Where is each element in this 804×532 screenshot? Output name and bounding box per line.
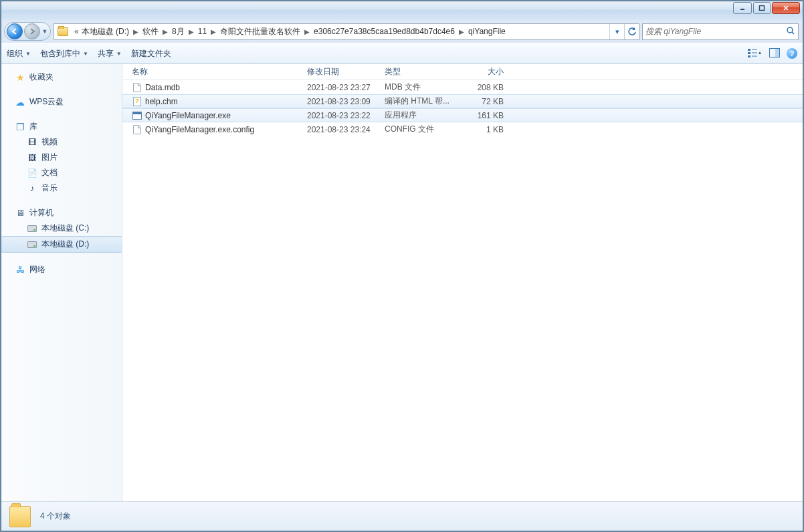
svg-point-4 (787, 27, 793, 33)
col-header-date[interactable]: 修改日期 (303, 66, 381, 78)
folder-icon (56, 25, 70, 38)
drive-icon (27, 223, 37, 234)
svg-rect-1 (760, 6, 765, 11)
sidebar-item-documents[interactable]: 📄文档 (1, 165, 122, 180)
organize-button[interactable]: 组织▼ (7, 48, 31, 59)
sidebar-item-video[interactable]: 🎞视频 (1, 134, 122, 150)
file-icon (132, 82, 142, 93)
svg-rect-6 (748, 49, 750, 51)
sidebar-drive-d[interactable]: 本地磁盘 (D:) (1, 236, 122, 253)
sidebar-network[interactable]: 🖧网络 (1, 262, 122, 277)
svg-rect-13 (775, 49, 779, 57)
breadcrumb-item[interactable]: 奇阳文件批量改名软件 (217, 26, 303, 37)
breadcrumb-item[interactable]: 11 (195, 27, 209, 36)
star-icon: ★ (15, 72, 25, 83)
help-button[interactable]: ? (787, 48, 797, 59)
exe-icon (132, 110, 142, 121)
navigation-pane: ★收藏夹 ☁WPS云盘 ❐库 🎞视频 🖼图片 📄文档 ♪音乐 🖥计算机 本地磁盘… (1, 64, 122, 501)
search-input[interactable] (645, 27, 786, 36)
video-icon: 🎞 (27, 137, 37, 148)
breadcrumb-item[interactable]: 8月 (169, 26, 187, 37)
view-mode-button[interactable] (748, 48, 763, 59)
share-button[interactable]: 共享▼ (98, 48, 122, 59)
nav-buttons: ▼ (4, 22, 51, 41)
window-controls (733, 2, 800, 14)
col-header-name[interactable]: 名称 (128, 66, 303, 78)
pictures-icon: 🖼 (27, 152, 37, 163)
chevron-down-icon: ▼ (25, 51, 31, 57)
toolbar: 组织▼ 包含到库中▼ 共享▼ 新建文件夹 ? (1, 43, 803, 64)
sidebar-favorites[interactable]: ★收藏夹 (1, 70, 122, 85)
title-bar (1, 1, 803, 20)
chevron-right-icon[interactable]: ▶ (209, 28, 217, 35)
chevron-right-icon[interactable]: ▶ (187, 28, 195, 35)
svg-rect-8 (748, 55, 750, 57)
forward-button[interactable] (24, 23, 40, 39)
chevron-right-icon[interactable]: ▶ (132, 28, 140, 35)
include-library-button[interactable]: 包含到库中▼ (40, 48, 88, 59)
nav-history-drop[interactable]: ▼ (41, 28, 49, 35)
address-dropdown[interactable]: ▾ (609, 24, 624, 39)
preview-pane-button[interactable] (769, 48, 780, 59)
chevron-right-icon[interactable]: ▶ (458, 28, 466, 35)
address-bar[interactable]: « 本地磁盘 (D:)▶ 软件▶ 8月▶ 11▶ 奇阳文件批量改名软件▶ e30… (54, 23, 639, 40)
svg-line-5 (792, 32, 794, 34)
breadcrumb-overflow[interactable]: « (72, 27, 79, 36)
refresh-button[interactable] (624, 24, 639, 39)
drive-icon (27, 239, 37, 250)
chevron-down-icon: ▼ (116, 51, 122, 57)
file-list-pane: 名称 修改日期 类型 大小 Data.mdb 2021-08-23 23:27 … (122, 64, 803, 501)
sidebar-computer[interactable]: 🖥计算机 (1, 205, 122, 221)
breadcrumb: « 本地磁盘 (D:)▶ 软件▶ 8月▶ 11▶ 奇阳文件批量改名软件▶ e30… (72, 26, 609, 37)
sidebar-libraries[interactable]: ❐库 (1, 119, 122, 134)
search-box[interactable] (642, 23, 799, 40)
network-icon: 🖧 (15, 265, 25, 275)
main-area: ★收藏夹 ☁WPS云盘 ❐库 🎞视频 🖼图片 📄文档 ♪音乐 🖥计算机 本地磁盘… (1, 64, 803, 501)
folder-icon (9, 506, 31, 527)
breadcrumb-item[interactable]: 软件 (140, 26, 161, 37)
minimize-button[interactable] (733, 2, 752, 14)
file-row[interactable]: help.chm 2021-08-23 23:09 编译的 HTML 帮... … (122, 94, 803, 108)
chm-icon (132, 96, 142, 107)
file-list: Data.mdb 2021-08-23 23:27 MDB 文件 208 KB … (122, 80, 803, 501)
address-row: ▼ « 本地磁盘 (D:)▶ 软件▶ 8月▶ 11▶ 奇阳文件批量改名软件▶ e… (1, 20, 803, 43)
status-text: 4 个对象 (40, 511, 71, 522)
file-row[interactable]: QiYangFileManager.exe.config 2021-08-23 … (122, 122, 803, 136)
svg-rect-7 (748, 52, 750, 54)
chevron-right-icon[interactable]: ▶ (303, 28, 311, 35)
maximize-button[interactable] (753, 2, 771, 14)
explorer-window: ▼ « 本地磁盘 (D:)▶ 软件▶ 8月▶ 11▶ 奇阳文件批量改名软件▶ e… (1, 1, 803, 531)
breadcrumb-item[interactable]: qiYangFile (466, 27, 508, 36)
column-headers: 名称 修改日期 类型 大小 (122, 64, 803, 80)
new-folder-button[interactable]: 新建文件夹 (131, 48, 171, 59)
documents-icon: 📄 (27, 168, 37, 178)
breadcrumb-item[interactable]: 本地磁盘 (D:) (79, 26, 132, 37)
sidebar-item-pictures[interactable]: 🖼图片 (1, 150, 122, 165)
file-row[interactable]: QiYangFileManager.exe 2021-08-23 23:22 应… (122, 108, 803, 122)
col-header-size[interactable]: 大小 (461, 66, 508, 78)
library-icon: ❐ (15, 122, 25, 132)
chevron-down-icon: ▼ (83, 51, 88, 57)
breadcrumb-item[interactable]: e306c27e7a38c5caa19ed8db4b7dc4e6 (311, 27, 458, 36)
status-bar: 4 个对象 (1, 501, 803, 531)
music-icon: ♪ (27, 183, 37, 194)
sidebar-wps[interactable]: ☁WPS云盘 (1, 94, 122, 110)
computer-icon: 🖥 (15, 208, 25, 219)
col-header-type[interactable]: 类型 (381, 66, 461, 78)
chevron-right-icon[interactable]: ▶ (161, 28, 169, 35)
search-icon[interactable] (786, 26, 795, 37)
close-button[interactable] (772, 2, 800, 14)
file-icon (132, 124, 142, 135)
file-row[interactable]: Data.mdb 2021-08-23 23:27 MDB 文件 208 KB (122, 80, 803, 94)
sidebar-drive-c[interactable]: 本地磁盘 (C:) (1, 221, 122, 236)
cloud-icon: ☁ (15, 97, 25, 108)
sidebar-item-music[interactable]: ♪音乐 (1, 180, 122, 196)
back-button[interactable] (7, 23, 23, 39)
